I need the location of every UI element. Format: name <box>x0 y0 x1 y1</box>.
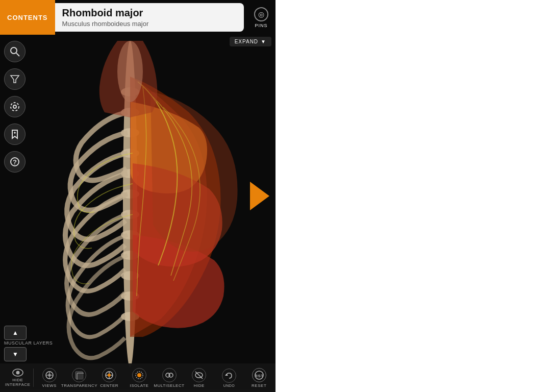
multiselect-button[interactable]: MULTISELECT <box>155 368 184 388</box>
sidebar-icons: ? <box>4 41 26 173</box>
search-button[interactable] <box>4 41 26 62</box>
views-icon <box>42 368 57 382</box>
transparency-button[interactable]: TRANSPARENCY <box>65 368 94 388</box>
multiselect-icon <box>162 368 177 382</box>
title-area: Rhomboid major Musculus rhomboideus majo… <box>55 3 244 32</box>
hide-interface-button[interactable]: HIDE INTERFACE <box>2 369 34 387</box>
help-button[interactable]: ? <box>4 151 26 173</box>
layers-label: MUSCULAR LAYERS <box>4 340 53 346</box>
center-icon <box>102 368 116 382</box>
svg-point-26 <box>16 371 19 375</box>
undo-button[interactable]: UNDO <box>215 369 244 387</box>
views-button[interactable]: VIEWS <box>35 368 64 388</box>
transparency-icon <box>72 368 86 382</box>
reset-icon: RST <box>252 368 266 382</box>
transition-arrow <box>250 182 269 210</box>
muscle-latin: Musculus rhomboideus major <box>62 20 237 28</box>
svg-point-39 <box>137 373 141 377</box>
layers-up-button[interactable]: ▲ <box>4 326 27 340</box>
svg-point-19 <box>11 103 19 111</box>
bookmark-button[interactable] <box>4 124 26 145</box>
undo-icon <box>222 369 236 383</box>
filter-button[interactable] <box>4 68 26 90</box>
reset-button[interactable]: RST RESET <box>244 368 273 388</box>
toolbar: HIDE INTERFACE VIEWS TRANSPARENCY CENTER <box>0 363 276 392</box>
pins-icon: ◎ <box>254 7 268 21</box>
pins-button[interactable]: ◎ PINS <box>247 0 276 35</box>
svg-line-16 <box>16 53 19 56</box>
hide-button[interactable]: HIDE <box>185 368 214 388</box>
hide-icon <box>192 368 206 382</box>
svg-text:RST: RST <box>255 374 264 378</box>
svg-marker-45 <box>225 374 228 376</box>
left-panel: CONTENTS Rhomboid major Musculus rhomboi… <box>0 0 276 392</box>
svg-point-42 <box>169 373 173 377</box>
layers-down-button[interactable]: ▼ <box>4 347 27 361</box>
expand-button[interactable]: EXPAND ▼ <box>230 37 271 46</box>
svg-point-34 <box>108 374 111 377</box>
settings-button[interactable] <box>4 96 26 117</box>
isolate-button[interactable]: ISOLATE <box>125 368 154 388</box>
top-bar: CONTENTS Rhomboid major Musculus rhomboi… <box>0 0 276 35</box>
muscle-name: Rhomboid major <box>62 7 237 19</box>
center-button[interactable]: CENTER <box>95 368 124 388</box>
svg-marker-17 <box>11 76 19 83</box>
svg-point-18 <box>13 105 16 108</box>
svg-marker-20 <box>12 130 17 138</box>
bottom-section: ▲ MUSCULAR LAYERS ▼ HIDE INTERFACE VIEWS… <box>0 326 276 392</box>
svg-rect-32 <box>77 373 84 380</box>
svg-point-15 <box>11 47 17 54</box>
svg-text:?: ? <box>13 158 17 166</box>
isolate-icon <box>132 368 146 382</box>
contents-button[interactable]: CONTENTS <box>0 0 55 35</box>
expand-arrow-icon: ▼ <box>261 39 266 44</box>
